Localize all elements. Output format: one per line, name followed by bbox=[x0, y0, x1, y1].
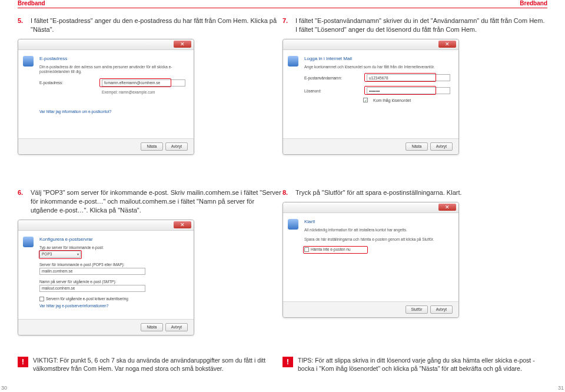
step-text: Välj "POP3" som server för inkommande e-… bbox=[31, 188, 282, 215]
close-icon[interactable]: ✕ bbox=[174, 41, 191, 48]
wizard-icon bbox=[23, 56, 34, 67]
section-title: E-postadress bbox=[39, 56, 185, 61]
exclamation-icon: ! bbox=[282, 357, 293, 367]
step-number: 5. bbox=[18, 16, 26, 34]
step-number: 8. bbox=[282, 188, 291, 197]
label-username: E-postanvändarnamn: bbox=[304, 76, 363, 80]
no-fetch-label: Hämta inte e-posten nu bbox=[311, 247, 351, 251]
close-icon[interactable]: ✕ bbox=[438, 204, 456, 211]
wizard-icon bbox=[288, 219, 298, 230]
incoming-server-input[interactable]: mailin.comhem.se bbox=[39, 268, 145, 275]
label-incoming: Server för inkommande e-post (POP3 eller… bbox=[39, 263, 185, 267]
remember-password-label: Kom ihåg lösenordet bbox=[373, 98, 411, 102]
step-text: I fältet "E-postanvändarnamn" skriver du… bbox=[295, 16, 547, 34]
page-header-right: Bredband bbox=[282, 0, 547, 8]
cancel-button[interactable]: Avbryt bbox=[430, 305, 453, 314]
no-fetch-checkbox[interactable] bbox=[304, 247, 309, 252]
note-text: VIKTIGT: För punkt 5, 6 och 7 ska du anv… bbox=[33, 356, 282, 373]
label-email: E-postadress: bbox=[39, 81, 98, 85]
step-number: 7. bbox=[282, 16, 291, 34]
step-8: 8. Tryck på "Slutför" för att spara e-po… bbox=[282, 188, 547, 197]
example-text: Exempel: namn@example.com bbox=[102, 90, 155, 94]
step-text: I fältet "E-postadress" anger du den e-p… bbox=[31, 16, 282, 34]
step-text: Tryck på "Slutför" för att spara e-posti… bbox=[295, 188, 462, 197]
window-titlebar: ✕ bbox=[283, 202, 458, 213]
step-number: 6. bbox=[18, 188, 26, 215]
done-desc1: All nödvändig information för att instal… bbox=[304, 228, 450, 232]
help-link[interactable]: Var hittar jag e-postserverinformationen… bbox=[39, 304, 108, 308]
username-input[interactable]: u12345678 bbox=[367, 74, 450, 81]
page-number-right: 31 bbox=[558, 385, 564, 391]
email-input[interactable]: fornamn.efternamn@comhem.se bbox=[102, 79, 185, 87]
window-titlebar: ✕ bbox=[18, 39, 194, 50]
next-button[interactable]: Nästa bbox=[141, 323, 163, 331]
window-titlebar: ✕ bbox=[283, 39, 458, 50]
password-input[interactable]: •••••••• bbox=[367, 87, 450, 94]
screenshot-email-address: ✕ E-postadress Din e-postadress är den a… bbox=[18, 39, 194, 155]
cancel-button[interactable]: Avbryt bbox=[165, 323, 188, 331]
wizard-icon bbox=[23, 237, 34, 247]
label-server-type: Typ av server för inkommande e-post: bbox=[39, 245, 185, 250]
section-title: Klart! bbox=[304, 219, 450, 224]
chevron-down-icon: ▾ bbox=[77, 252, 79, 256]
help-link[interactable]: Var hittar jag information om e-postkont… bbox=[39, 109, 111, 114]
page-number-left: 30 bbox=[1, 385, 7, 391]
section-title: Konfigurera e-postservrar bbox=[39, 237, 185, 242]
next-button[interactable]: Nästa bbox=[406, 142, 428, 151]
section-title: Logga in i Internet Mail bbox=[304, 56, 450, 61]
label-password: Lösenord: bbox=[304, 89, 363, 93]
note-important: ! VIKTIGT: För punkt 5, 6 och 7 ska du a… bbox=[18, 356, 282, 373]
finish-button[interactable]: Slutför bbox=[406, 305, 428, 314]
server-type-dropdown[interactable]: POP3▾ bbox=[39, 251, 81, 258]
screenshot-login: ✕ Logga in i Internet Mail Ange kontonam… bbox=[282, 39, 459, 155]
screenshot-done: ✕ Klart! All nödvändig information för a… bbox=[282, 202, 459, 318]
close-icon[interactable]: ✕ bbox=[174, 221, 191, 228]
section-desc: Din e-postadress är den adress som andra… bbox=[39, 65, 185, 75]
close-icon[interactable]: ✕ bbox=[438, 41, 456, 48]
wizard-icon bbox=[288, 56, 298, 67]
remember-password-checkbox[interactable]: ✓ bbox=[363, 98, 368, 102]
outgoing-server-input[interactable]: mailout.comhem.se bbox=[39, 285, 145, 292]
screenshot-servers: ✕ Konfigurera e-postservrar Typ av serve… bbox=[18, 220, 194, 335]
section-desc: Ange kontonamnet och lösenordet som du h… bbox=[304, 65, 450, 69]
window-titlebar: ✕ bbox=[18, 220, 194, 231]
done-desc2: Spara de här inställningarna och hämta e… bbox=[304, 237, 450, 242]
note-tip: ! TIPS: För att slippa skriva in ditt lö… bbox=[282, 356, 547, 373]
cancel-button[interactable]: Avbryt bbox=[165, 142, 188, 151]
note-text: TIPS: För att slippa skriva in ditt löse… bbox=[298, 356, 547, 373]
exclamation-icon: ! bbox=[18, 357, 28, 367]
next-button[interactable]: Nästa bbox=[141, 142, 163, 151]
smtp-auth-label: Servern för utgående e-post kräver auten… bbox=[46, 297, 128, 301]
page-header-left: Bredband bbox=[18, 0, 282, 8]
smtp-auth-checkbox[interactable] bbox=[39, 297, 44, 301]
label-outgoing: Namn på server för utgående e-post (SMTP… bbox=[39, 280, 185, 284]
step-5: 5. I fältet "E-postadress" anger du den … bbox=[18, 16, 282, 34]
step-7: 7. I fältet "E-postanvändarnamn" skriver… bbox=[282, 16, 547, 34]
cancel-button[interactable]: Avbryt bbox=[430, 142, 453, 151]
step-6: 6. Välj "POP3" som server för inkommande… bbox=[18, 188, 282, 215]
